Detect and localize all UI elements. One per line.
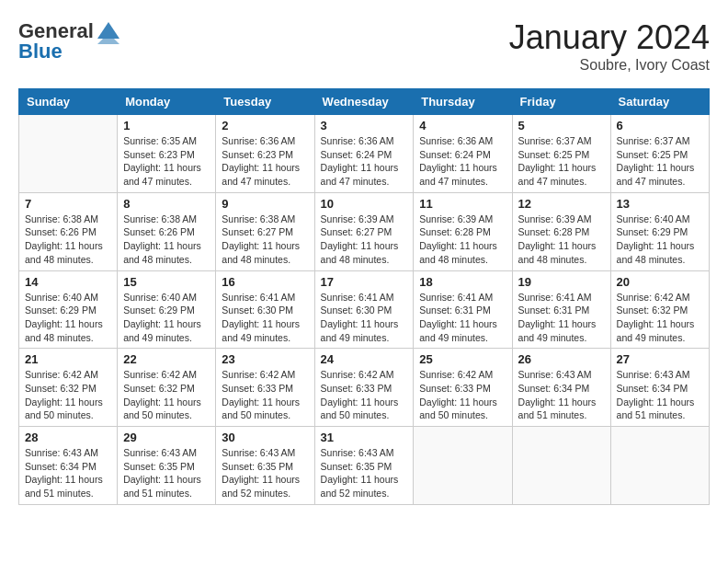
day-number: 24 — [321, 352, 408, 366]
day-info: Sunrise: 6:36 AM Sunset: 6:24 PM Dayligh… — [419, 134, 506, 189]
day-info: Sunrise: 6:42 AM Sunset: 6:33 PM Dayligh… — [321, 368, 408, 422]
day-info: Sunrise: 6:39 AM Sunset: 6:28 PM Dayligh… — [518, 213, 605, 267]
logo-blue: Blue — [18, 40, 121, 63]
day-info: Sunrise: 6:43 AM Sunset: 6:35 PM Dayligh… — [222, 446, 308, 500]
day-number: 28 — [25, 431, 111, 444]
calendar-cell: 4Sunrise: 6:36 AM Sunset: 6:24 PM Daylig… — [414, 115, 512, 193]
calendar-cell: 16Sunrise: 6:41 AM Sunset: 6:30 PM Dayli… — [216, 270, 314, 349]
day-info: Sunrise: 6:39 AM Sunset: 6:28 PM Dayligh… — [419, 213, 506, 267]
day-number: 19 — [518, 275, 605, 289]
calendar-cell: 3Sunrise: 6:36 AM Sunset: 6:24 PM Daylig… — [314, 115, 414, 193]
day-number: 30 — [222, 431, 308, 444]
calendar-cell: 27Sunrise: 6:43 AM Sunset: 6:34 PM Dayli… — [610, 349, 709, 427]
day-info: Sunrise: 6:43 AM Sunset: 6:34 PM Dayligh… — [617, 368, 703, 422]
day-info: Sunrise: 6:36 AM Sunset: 6:24 PM Dayligh… — [321, 134, 408, 189]
calendar-cell: 17Sunrise: 6:41 AM Sunset: 6:30 PM Dayli… — [314, 270, 414, 349]
calendar-week-3: 14Sunrise: 6:40 AM Sunset: 6:29 PM Dayli… — [19, 270, 710, 349]
calendar-cell: 31Sunrise: 6:43 AM Sunset: 6:35 PM Dayli… — [314, 427, 414, 505]
day-number: 11 — [419, 197, 506, 211]
day-info: Sunrise: 6:42 AM Sunset: 6:32 PM Dayligh… — [25, 368, 111, 422]
day-info: Sunrise: 6:40 AM Sunset: 6:29 PM Dayligh… — [123, 291, 210, 345]
day-info: Sunrise: 6:42 AM Sunset: 6:32 PM Dayligh… — [617, 291, 703, 345]
calendar-cell — [19, 115, 118, 193]
day-number: 12 — [518, 197, 605, 211]
month-year: January 2024 — [509, 18, 710, 57]
svg-marker-0 — [97, 22, 119, 39]
calendar-cell: 18Sunrise: 6:41 AM Sunset: 6:31 PM Dayli… — [414, 270, 512, 349]
calendar-cell: 23Sunrise: 6:42 AM Sunset: 6:33 PM Dayli… — [216, 349, 314, 427]
day-number: 29 — [123, 431, 210, 444]
day-info: Sunrise: 6:37 AM Sunset: 6:25 PM Dayligh… — [518, 134, 605, 189]
calendar-header-tuesday: Tuesday — [216, 89, 314, 115]
page-header: General Blue January 2024 Soubre, Ivory … — [18, 18, 710, 74]
calendar-cell: 29Sunrise: 6:43 AM Sunset: 6:35 PM Dayli… — [118, 427, 216, 505]
day-info: Sunrise: 6:40 AM Sunset: 6:29 PM Dayligh… — [25, 291, 111, 345]
day-info: Sunrise: 6:39 AM Sunset: 6:27 PM Dayligh… — [321, 213, 408, 267]
calendar-header-friday: Friday — [512, 89, 610, 115]
day-number: 9 — [222, 197, 308, 211]
day-number: 10 — [321, 197, 408, 211]
calendar-cell: 12Sunrise: 6:39 AM Sunset: 6:28 PM Dayli… — [512, 192, 610, 270]
day-info: Sunrise: 6:42 AM Sunset: 6:32 PM Dayligh… — [123, 368, 210, 422]
day-info: Sunrise: 6:42 AM Sunset: 6:33 PM Dayligh… — [222, 368, 308, 422]
calendar-table: SundayMondayTuesdayWednesdayThursdayFrid… — [18, 88, 710, 505]
calendar-cell: 11Sunrise: 6:39 AM Sunset: 6:28 PM Dayli… — [414, 192, 512, 270]
calendar-cell: 6Sunrise: 6:37 AM Sunset: 6:25 PM Daylig… — [610, 115, 709, 193]
day-number: 27 — [617, 352, 703, 366]
calendar-week-2: 7Sunrise: 6:38 AM Sunset: 6:26 PM Daylig… — [19, 192, 710, 270]
day-number: 26 — [518, 352, 605, 366]
day-number: 18 — [419, 275, 506, 289]
day-info: Sunrise: 6:41 AM Sunset: 6:30 PM Dayligh… — [321, 291, 408, 345]
calendar-cell: 25Sunrise: 6:42 AM Sunset: 6:33 PM Dayli… — [414, 349, 512, 427]
calendar-header-sunday: Sunday — [19, 89, 118, 115]
calendar-cell: 9Sunrise: 6:38 AM Sunset: 6:27 PM Daylig… — [216, 192, 314, 270]
day-info: Sunrise: 6:35 AM Sunset: 6:23 PM Dayligh… — [123, 134, 210, 189]
calendar-cell: 10Sunrise: 6:39 AM Sunset: 6:27 PM Dayli… — [314, 192, 414, 270]
day-number: 20 — [617, 275, 703, 289]
day-info: Sunrise: 6:38 AM Sunset: 6:26 PM Dayligh… — [25, 213, 111, 267]
day-info: Sunrise: 6:42 AM Sunset: 6:33 PM Dayligh… — [419, 368, 506, 422]
day-number: 7 — [25, 197, 111, 211]
day-number: 3 — [321, 119, 408, 132]
day-number: 22 — [123, 352, 210, 366]
day-info: Sunrise: 6:43 AM Sunset: 6:35 PM Dayligh… — [321, 446, 408, 500]
day-number: 13 — [617, 197, 703, 211]
calendar-cell — [414, 427, 512, 505]
calendar-week-1: 1Sunrise: 6:35 AM Sunset: 6:23 PM Daylig… — [19, 115, 710, 193]
calendar-cell: 14Sunrise: 6:40 AM Sunset: 6:29 PM Dayli… — [19, 270, 118, 349]
calendar-cell — [512, 427, 610, 505]
calendar-cell: 28Sunrise: 6:43 AM Sunset: 6:34 PM Dayli… — [19, 427, 118, 505]
calendar-cell: 1Sunrise: 6:35 AM Sunset: 6:23 PM Daylig… — [118, 115, 216, 193]
day-number: 5 — [518, 119, 605, 132]
calendar-cell: 26Sunrise: 6:43 AM Sunset: 6:34 PM Dayli… — [512, 349, 610, 427]
day-info: Sunrise: 6:41 AM Sunset: 6:30 PM Dayligh… — [222, 291, 308, 345]
day-info: Sunrise: 6:36 AM Sunset: 6:23 PM Dayligh… — [222, 134, 308, 189]
day-info: Sunrise: 6:38 AM Sunset: 6:26 PM Dayligh… — [123, 213, 210, 267]
calendar-header-saturday: Saturday — [610, 89, 709, 115]
calendar-cell: 19Sunrise: 6:41 AM Sunset: 6:31 PM Dayli… — [512, 270, 610, 349]
calendar-cell: 5Sunrise: 6:37 AM Sunset: 6:25 PM Daylig… — [512, 115, 610, 193]
day-info: Sunrise: 6:43 AM Sunset: 6:34 PM Dayligh… — [25, 446, 111, 500]
calendar-cell: 2Sunrise: 6:36 AM Sunset: 6:23 PM Daylig… — [216, 115, 314, 193]
calendar-cell: 22Sunrise: 6:42 AM Sunset: 6:32 PM Dayli… — [118, 349, 216, 427]
day-number: 21 — [25, 352, 111, 366]
calendar-cell — [610, 427, 709, 505]
day-info: Sunrise: 6:43 AM Sunset: 6:35 PM Dayligh… — [123, 446, 210, 500]
title-block: January 2024 Soubre, Ivory Coast — [509, 18, 710, 74]
calendar-cell: 21Sunrise: 6:42 AM Sunset: 6:32 PM Dayli… — [19, 349, 118, 427]
calendar-cell: 24Sunrise: 6:42 AM Sunset: 6:33 PM Dayli… — [314, 349, 414, 427]
calendar-header-thursday: Thursday — [414, 89, 512, 115]
location: Soubre, Ivory Coast — [509, 57, 710, 74]
day-info: Sunrise: 6:40 AM Sunset: 6:29 PM Dayligh… — [617, 213, 703, 267]
calendar-cell: 15Sunrise: 6:40 AM Sunset: 6:29 PM Dayli… — [118, 270, 216, 349]
day-number: 31 — [321, 431, 408, 444]
calendar-header-wednesday: Wednesday — [314, 89, 414, 115]
day-info: Sunrise: 6:38 AM Sunset: 6:27 PM Dayligh… — [222, 213, 308, 267]
day-number: 23 — [222, 352, 308, 366]
day-number: 15 — [123, 275, 210, 289]
calendar-cell: 13Sunrise: 6:40 AM Sunset: 6:29 PM Dayli… — [610, 192, 709, 270]
calendar-header-row: SundayMondayTuesdayWednesdayThursdayFrid… — [19, 89, 710, 115]
day-number: 17 — [321, 275, 408, 289]
day-number: 16 — [222, 275, 308, 289]
calendar-header-monday: Monday — [118, 89, 216, 115]
